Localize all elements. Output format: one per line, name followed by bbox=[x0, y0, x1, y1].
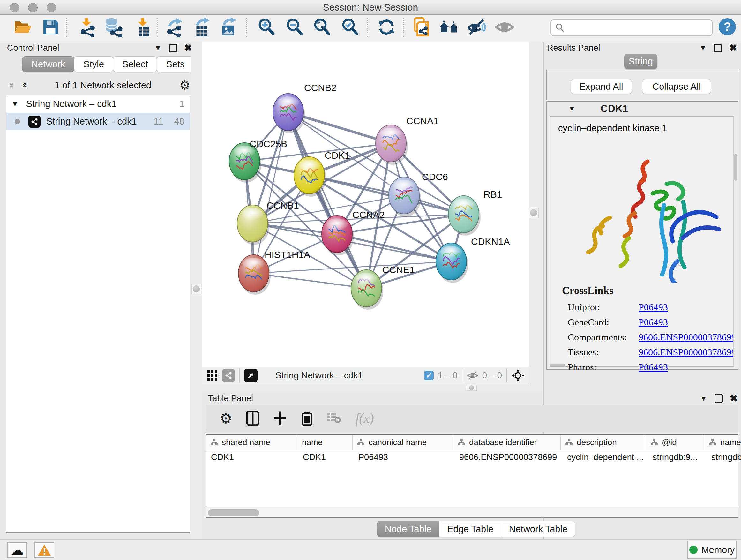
refresh-layout-button[interactable] bbox=[375, 16, 398, 38]
export-table-button[interactable] bbox=[190, 16, 212, 38]
control-panel-float-icon[interactable] bbox=[169, 44, 177, 52]
results-panel-float-icon[interactable] bbox=[714, 44, 722, 52]
table-panel-collapse-icon[interactable]: ▼ bbox=[700, 395, 708, 402]
import-table-button[interactable] bbox=[131, 16, 154, 38]
expand-all-button[interactable]: Expand All bbox=[570, 79, 632, 94]
table-cell[interactable]: stringdb bbox=[706, 450, 741, 464]
tab-sets[interactable]: Sets bbox=[157, 56, 194, 72]
hide-details-button[interactable] bbox=[465, 16, 488, 38]
column-header-name[interactable]: name bbox=[297, 435, 353, 449]
bottom-divider-handle[interactable] bbox=[466, 385, 477, 391]
table-horizontal-scrollbar[interactable] bbox=[205, 507, 738, 518]
table-panel-float-icon[interactable] bbox=[715, 394, 723, 402]
tab-select[interactable]: Select bbox=[113, 56, 157, 72]
tab-style[interactable]: Style bbox=[74, 56, 113, 72]
table-panel-close-icon[interactable]: ✖ bbox=[730, 394, 738, 403]
add-column-icon[interactable] bbox=[273, 411, 287, 426]
table-options-gear-icon[interactable]: ⚙ bbox=[219, 410, 232, 427]
zoom-selected-button[interactable] bbox=[339, 16, 361, 38]
results-vertical-scrollbar[interactable] bbox=[733, 116, 737, 367]
node-RB1[interactable]: RB1 bbox=[448, 189, 502, 236]
table-cell[interactable]: cyclin–dependent ... bbox=[562, 450, 648, 464]
gene-collapse-icon[interactable]: ▼ bbox=[568, 105, 576, 112]
open-session-button[interactable] bbox=[11, 16, 34, 38]
birdseye-grid-icon[interactable] bbox=[207, 370, 218, 381]
import-network-database-button[interactable] bbox=[102, 16, 125, 38]
zoom-fit-button[interactable] bbox=[311, 16, 333, 38]
delete-trash-icon[interactable] bbox=[301, 411, 313, 426]
crosshair-icon[interactable] bbox=[511, 369, 525, 382]
duplicate-network-button[interactable] bbox=[411, 16, 433, 38]
results-panel-collapse-icon[interactable]: ▼ bbox=[699, 44, 707, 52]
string-network-graph[interactable]: CCNB2CCNA1CDC25BCDK1CDC6RB1CCNB1CCNA2CDK… bbox=[202, 42, 529, 367]
string-share-icon[interactable] bbox=[222, 369, 235, 382]
table-scrollbar-thumb[interactable] bbox=[208, 509, 259, 516]
close-window-button[interactable] bbox=[10, 3, 19, 12]
expand-all-networks-icon[interactable]: » bbox=[18, 83, 29, 88]
function-builder-icon[interactable]: f(x) bbox=[355, 411, 374, 426]
column-header-database-identifier[interactable]: database identifier bbox=[453, 435, 561, 449]
crosslink-link[interactable]: 9606.ENSP00000378699 bbox=[638, 347, 736, 358]
network-canvas[interactable]: CCNB2CCNA1CDC25BCDK1CDC6RB1CCNB1CCNA2CDK… bbox=[202, 42, 529, 367]
export-image-button[interactable] bbox=[217, 16, 239, 38]
crosslink-link[interactable]: P06493 bbox=[638, 302, 668, 313]
zoom-out-button[interactable] bbox=[283, 16, 306, 38]
right-divider-handle[interactable] bbox=[529, 207, 539, 219]
left-divider-handle[interactable] bbox=[192, 284, 201, 294]
table-cell[interactable]: CDK1 bbox=[206, 450, 298, 464]
clear-table-icon[interactable] bbox=[327, 412, 341, 425]
table-cell[interactable]: P06493 bbox=[353, 450, 454, 464]
crosslink-link[interactable]: P06493 bbox=[638, 362, 668, 373]
import-network-button[interactable] bbox=[75, 16, 98, 38]
node-CCNB2[interactable]: CCNB2 bbox=[273, 82, 337, 133]
tab-node-table[interactable]: Node Table bbox=[377, 521, 440, 537]
network-row-selected[interactable]: String Network – cdk1 11 48 bbox=[6, 113, 190, 130]
tab-network-table[interactable]: Network Table bbox=[501, 521, 576, 537]
crosslink-link[interactable]: 9606.ENSP00000378699 bbox=[638, 332, 736, 343]
tab-string[interactable]: String bbox=[624, 54, 657, 69]
gene-section-header[interactable]: ▼ CDK1 bbox=[547, 102, 738, 116]
column-header--id[interactable]: @id bbox=[646, 435, 704, 449]
network-options-gear-icon[interactable]: ⚙ bbox=[179, 78, 190, 92]
open-in-window-icon[interactable] bbox=[244, 369, 258, 382]
minimize-window-button[interactable] bbox=[28, 3, 38, 12]
memory-button[interactable]: Memory bbox=[687, 541, 737, 559]
homes-button[interactable] bbox=[438, 16, 460, 38]
collection-expand-icon[interactable]: ▼ bbox=[11, 101, 18, 108]
maximize-window-button[interactable] bbox=[47, 3, 56, 12]
table-cell[interactable]: 9606.ENSP00000378699 bbox=[454, 450, 562, 464]
node-CCNB1[interactable]: CCNB1 bbox=[237, 200, 299, 245]
help-button[interactable]: ? bbox=[719, 18, 736, 36]
node-CCNE1[interactable]: CCNE1 bbox=[351, 264, 415, 310]
table-cell[interactable]: stringdb:9... bbox=[648, 450, 706, 464]
control-panel-collapse-icon[interactable]: ▼ bbox=[154, 44, 162, 52]
node-CDC6[interactable]: CDC6 bbox=[389, 172, 448, 217]
bottom-panel-divider[interactable] bbox=[202, 384, 529, 391]
collapse-all-button[interactable]: Collapse All bbox=[642, 79, 711, 94]
tab-network[interactable]: Network bbox=[22, 56, 74, 72]
node-CCNA1[interactable]: CCNA1 bbox=[376, 116, 439, 165]
results-horizontal-scrollbar[interactable] bbox=[550, 364, 565, 367]
node-CDKN1A[interactable]: CDKN1A bbox=[436, 236, 510, 283]
hidden-eye-slash-icon[interactable] bbox=[467, 371, 478, 380]
results-panel-close-icon[interactable]: ✖ bbox=[729, 43, 737, 53]
show-details-button[interactable] bbox=[493, 16, 516, 38]
column-header-shared-name[interactable]: shared name bbox=[206, 435, 297, 449]
column-header-description[interactable]: description bbox=[561, 435, 646, 449]
table-row[interactable]: CDK1CDK1P064939606.ENSP00000378699cyclin… bbox=[206, 450, 738, 464]
collapse-all-networks-icon[interactable]: » bbox=[7, 83, 17, 88]
cloud-status-button[interactable]: ☁ bbox=[7, 542, 27, 558]
save-session-button[interactable] bbox=[40, 16, 62, 38]
show-columns-icon[interactable] bbox=[246, 411, 259, 426]
table-cell[interactable]: CDK1 bbox=[298, 450, 353, 464]
column-header-canonical-name[interactable]: canonical name bbox=[353, 435, 453, 449]
selected-nodes-checkbox[interactable]: ✓ bbox=[424, 371, 434, 380]
export-network-button[interactable] bbox=[163, 16, 186, 38]
tab-edge-table[interactable]: Edge Table bbox=[439, 521, 501, 537]
column-header-namespac[interactable]: namespac bbox=[704, 435, 741, 449]
search-input[interactable] bbox=[564, 23, 700, 33]
crosslink-link[interactable]: P06493 bbox=[638, 317, 668, 327]
edge-CCNB2-CCNE1[interactable] bbox=[288, 112, 366, 288]
network-collection-row[interactable]: ▼ String Network – cdk1 1 bbox=[6, 95, 190, 113]
warnings-button[interactable] bbox=[35, 542, 54, 558]
